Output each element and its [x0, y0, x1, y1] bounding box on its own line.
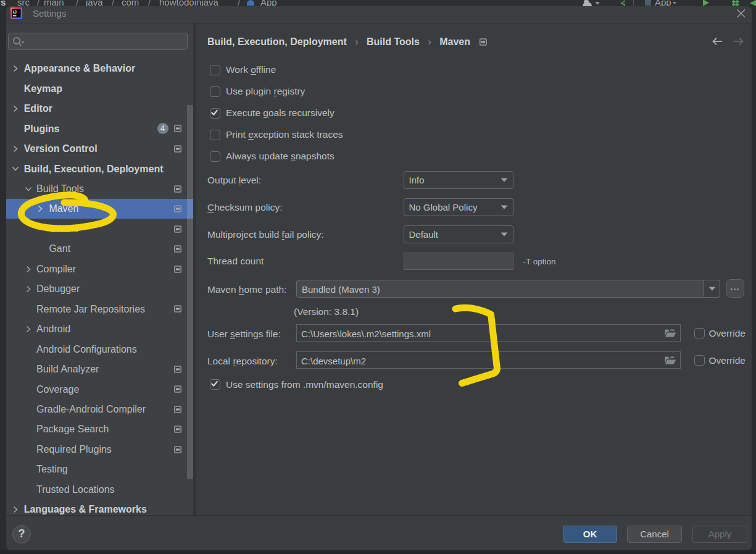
svg-text:IJ: IJ — [13, 10, 17, 14]
